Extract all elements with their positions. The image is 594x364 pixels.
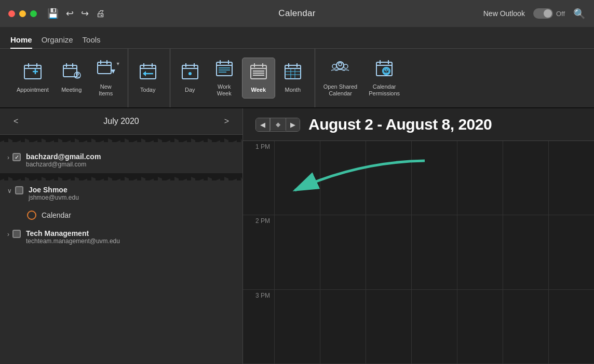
search-icon[interactable]: 🔍 xyxy=(573,8,586,20)
tab-tools[interactable]: Tools xyxy=(83,31,110,48)
new-outlook-label: New Outlook xyxy=(483,9,525,18)
undo-icon[interactable]: ↩ xyxy=(66,8,74,19)
account-chevron-tech-management[interactable]: › xyxy=(7,231,9,238)
wavy-divider-mid xyxy=(0,173,242,180)
work-week-button[interactable]: Work Week xyxy=(208,55,241,101)
account-chevron-bachzard[interactable]: › xyxy=(7,154,9,161)
month-button[interactable]: Month xyxy=(276,58,309,97)
account-email-bachzard: bachzard@gmail.com xyxy=(26,161,235,168)
time-row-2pm: 2 PM xyxy=(243,215,594,289)
print-icon[interactable]: 🖨 xyxy=(96,8,105,19)
minimize-button[interactable] xyxy=(19,10,26,17)
account-row-joe-shmoe[interactable]: ∨ Joe Shmoe jshmoe@uvm.edu xyxy=(0,180,242,206)
cal-next-button[interactable]: ▶ xyxy=(286,118,300,131)
account-checkbox-tech-management[interactable] xyxy=(12,230,21,238)
open-shared-calendar-button[interactable]: Open Shared Calendar xyxy=(318,55,362,101)
redo-icon[interactable]: ↪ xyxy=(81,8,89,19)
account-email-joe-shmoe: jshmoe@uvm.edu xyxy=(29,194,235,201)
today-button[interactable]: Today xyxy=(131,58,165,97)
cal-today-button[interactable]: ◆ xyxy=(270,118,286,131)
time-cell[interactable] xyxy=(366,215,411,289)
mini-cal-prev-button[interactable]: < xyxy=(9,115,22,128)
time-cell[interactable] xyxy=(548,290,594,363)
time-cell[interactable] xyxy=(457,215,503,289)
new-items-icon xyxy=(97,59,115,80)
time-cell[interactable] xyxy=(366,141,411,215)
time-cell[interactable] xyxy=(457,290,503,363)
time-label-3pm: 3 PM xyxy=(243,290,274,363)
time-cell[interactable] xyxy=(274,141,320,215)
traffic-lights xyxy=(8,10,37,17)
ribbon-group-sharing: Open Shared Calendar Calendar Permission… xyxy=(315,49,408,107)
calendar-date-range: August 2 - August 8, 2020 xyxy=(308,116,492,133)
account-row-bachzard[interactable]: › bachzard@gmail.com bachzard@gmail.com xyxy=(0,147,242,173)
week-icon xyxy=(249,62,268,83)
titlebar-right: New Outlook Off 🔍 xyxy=(483,8,586,20)
meeting-icon xyxy=(62,62,81,83)
time-row-3pm: 3 PM xyxy=(243,290,594,364)
open-shared-calendar-icon xyxy=(329,59,351,80)
wavy-divider-top xyxy=(0,135,242,142)
week-label: Week xyxy=(251,87,266,93)
calendar-nav-group: ◀ ◆ ▶ xyxy=(255,118,300,132)
time-cell[interactable] xyxy=(320,215,366,289)
calendar-area: ◀ ◆ ▶ August 2 - August 8, 2020 1 PM xyxy=(243,108,594,364)
calendar-permissions-label: Calendar Permissions xyxy=(369,83,400,97)
day-button[interactable]: Day xyxy=(173,58,207,97)
time-cell[interactable] xyxy=(411,215,457,289)
svg-rect-28 xyxy=(217,62,232,76)
time-cell[interactable] xyxy=(411,290,457,363)
time-grid: 1 PM 2 PM xyxy=(243,141,594,364)
svg-rect-6 xyxy=(63,65,77,77)
today-icon xyxy=(139,62,157,83)
time-cell[interactable] xyxy=(548,215,594,289)
ribbon-group-navigate: Today xyxy=(128,49,168,107)
tab-organize[interactable]: Organize xyxy=(42,31,83,48)
meeting-button[interactable]: Meeting xyxy=(55,58,88,97)
time-cell[interactable] xyxy=(503,141,548,215)
time-cell[interactable] xyxy=(548,141,594,215)
time-label-2pm: 2 PM xyxy=(243,215,274,289)
work-week-label: Work Week xyxy=(217,83,232,97)
calendar-permissions-button[interactable]: Calendar Permissions xyxy=(363,55,405,101)
time-cell[interactable] xyxy=(320,141,366,215)
svg-rect-17 xyxy=(140,65,156,79)
tab-home[interactable]: Home xyxy=(10,31,42,48)
time-cells-1pm xyxy=(274,141,594,215)
account-name-tech-management: Tech Management xyxy=(26,229,235,237)
save-icon[interactable]: 💾 xyxy=(47,8,59,19)
close-button[interactable] xyxy=(8,10,15,17)
toggle-switch[interactable] xyxy=(533,8,553,19)
time-cell[interactable] xyxy=(457,141,503,215)
time-cell[interactable] xyxy=(503,215,548,289)
maximize-button[interactable] xyxy=(30,10,37,17)
cal-prev-button[interactable]: ◀ xyxy=(256,118,270,131)
account-checkbox-joe-shmoe[interactable] xyxy=(15,186,23,194)
account-checkbox-bachzard[interactable] xyxy=(12,153,21,161)
new-items-button[interactable]: ▼ New Items xyxy=(89,55,123,101)
time-cell[interactable] xyxy=(274,215,320,289)
app-title: Calendar xyxy=(278,8,315,19)
mini-calendar-title: July 2020 xyxy=(103,117,139,126)
toggle-state-label: Off xyxy=(556,10,565,18)
time-cell[interactable] xyxy=(366,290,411,363)
new-items-dropdown-arrow: ▼ xyxy=(116,61,120,66)
appointment-button[interactable]: Appointment xyxy=(11,58,54,97)
time-cell[interactable] xyxy=(503,290,548,363)
time-row-1pm: 1 PM xyxy=(243,141,594,215)
ribbon-tabs: Home Organize Tools xyxy=(0,27,594,49)
mini-cal-next-button[interactable]: > xyxy=(220,115,233,128)
account-chevron-joe-shmoe[interactable]: ∨ xyxy=(7,187,12,194)
sub-calendar-joe-shmoe[interactable]: Calendar xyxy=(0,206,242,224)
time-cell[interactable] xyxy=(411,141,457,215)
titlebar: 💾 ↩ ↪ 🖨 Calendar New Outlook Off 🔍 xyxy=(0,0,594,27)
svg-point-53 xyxy=(344,64,348,68)
time-cell[interactable] xyxy=(274,290,320,363)
account-row-tech-management[interactable]: › Tech Management techteam.management@uv… xyxy=(0,224,242,250)
new-outlook-toggle[interactable]: Off xyxy=(533,8,565,19)
week-button[interactable]: Week xyxy=(242,58,275,98)
time-cell[interactable] xyxy=(320,290,366,363)
day-label: Day xyxy=(185,87,195,93)
appointment-label: Appointment xyxy=(17,87,49,93)
time-label-1pm: 1 PM xyxy=(243,141,274,215)
